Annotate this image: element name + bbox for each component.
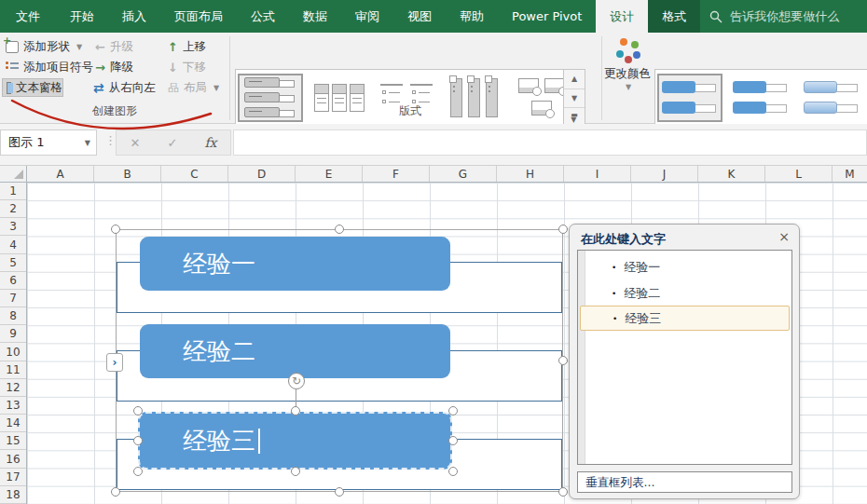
column-header-d[interactable]: D: [228, 166, 296, 182]
row-header-12[interactable]: 12: [0, 379, 26, 397]
row-header-6[interactable]: 6: [0, 272, 26, 290]
column-header-i[interactable]: I: [564, 166, 631, 182]
text-pane-button[interactable]: 文本窗格: [2, 78, 63, 97]
row-header-11[interactable]: 11: [0, 361, 26, 379]
shape3-handle-bottom-right[interactable]: [448, 467, 458, 476]
move-up-button[interactable]: ↑ 上移: [168, 37, 206, 56]
shape3-handle-bottom-middle[interactable]: [291, 467, 300, 476]
row-header-4[interactable]: 4: [0, 237, 26, 254]
group-separator: [229, 36, 230, 120]
tab-review[interactable]: 审阅: [341, 0, 393, 33]
text-pane-list[interactable]: • 经验一 • 经验二 • 经验三: [577, 250, 792, 465]
move-down-button[interactable]: ↓ 下移: [168, 58, 206, 76]
row-header-1[interactable]: 1: [0, 183, 26, 200]
gallery-scroll-up[interactable]: ▲: [564, 70, 585, 89]
tab-help[interactable]: 帮助: [446, 0, 498, 33]
row-header-7[interactable]: 7: [0, 290, 26, 307]
shape3-handle-middle-left[interactable]: [133, 436, 143, 445]
shape3-handle-bottom-left[interactable]: [133, 467, 143, 476]
bullet-icon: •: [612, 263, 616, 272]
resize-handle-top-middle[interactable]: [335, 225, 344, 234]
column-header-h[interactable]: H: [497, 166, 564, 182]
row-header-8[interactable]: 8: [0, 307, 26, 325]
tab-power-pivot[interactable]: Power Pivot: [498, 0, 596, 33]
enter-button[interactable]: ✓: [167, 136, 177, 150]
resize-handle-top-right[interactable]: [558, 225, 568, 234]
row-header-14[interactable]: 14: [0, 415, 26, 432]
tab-design[interactable]: 设计: [596, 0, 648, 33]
add-bullet-label: 添加项目符号: [23, 60, 93, 75]
style-thumb-simple-fill[interactable]: [657, 74, 722, 122]
right-to-left-button[interactable]: ⇄ 从右向左: [93, 78, 156, 97]
promote-button[interactable]: ← 升级: [95, 37, 133, 56]
column-header-c[interactable]: C: [161, 166, 228, 182]
style-thumb-white-outline[interactable]: [728, 74, 793, 122]
tab-page-layout[interactable]: 页面布局: [160, 0, 237, 33]
tab-view[interactable]: 视图: [393, 0, 446, 33]
column-header-f[interactable]: F: [363, 166, 430, 182]
shape3-handle-top-right[interactable]: [448, 406, 458, 415]
column-header-b[interactable]: B: [94, 166, 161, 182]
resize-handle-middle-right[interactable]: [558, 356, 568, 365]
tab-file[interactable]: 文件: [0, 0, 56, 33]
resize-handle-bottom-middle[interactable]: [335, 487, 344, 497]
column-header-a[interactable]: A: [27, 166, 94, 182]
chevron-down-icon: ▼: [76, 43, 82, 51]
item-1-text: 经验一: [624, 259, 660, 276]
column-header-g[interactable]: G: [430, 166, 497, 182]
text-pane-layout-name[interactable]: 垂直框列表...: [577, 471, 792, 493]
resize-handle-bottom-right[interactable]: [558, 487, 568, 497]
chevron-down-icon[interactable]: ▼: [85, 139, 90, 147]
create-graphic-group-label: 创建图形: [0, 103, 229, 119]
demote-label: 降级: [110, 60, 133, 75]
change-colors-button[interactable]: 更改颜色 ▼: [604, 38, 651, 91]
text-pane-toggle-button[interactable]: ›: [106, 353, 123, 372]
layout-button[interactable]: 品 布局 ▼: [168, 78, 219, 97]
add-bullet-button[interactable]: 添加项目符号: [6, 58, 93, 76]
name-box[interactable]: 图示 1 ▼: [0, 129, 97, 156]
row-header-2[interactable]: 2: [0, 200, 26, 218]
smartart-canvas-frame[interactable]: [116, 229, 563, 492]
row-header-9[interactable]: 9: [0, 325, 26, 343]
formula-input[interactable]: [233, 129, 867, 156]
text-pane-item-2[interactable]: • 经验二: [578, 280, 791, 306]
row-header-10[interactable]: 10: [0, 344, 26, 361]
close-icon[interactable]: ×: [778, 229, 790, 244]
row-header-17[interactable]: 17: [0, 469, 26, 486]
rotation-handle[interactable]: ↻: [288, 373, 305, 389]
column-header-e[interactable]: E: [296, 166, 363, 182]
tab-formulas[interactable]: 公式: [237, 0, 289, 33]
row-header-3[interactable]: 3: [0, 218, 26, 236]
style-preview-icon: [733, 77, 789, 118]
cancel-button[interactable]: ✕: [131, 136, 141, 150]
row-header-16[interactable]: 16: [0, 451, 26, 469]
text-pane-item-1[interactable]: • 经验一: [578, 254, 791, 280]
add-shape-button[interactable]: 添加形状 ▼: [6, 37, 82, 56]
column-header-k[interactable]: K: [698, 166, 765, 182]
resize-handle-top-left[interactable]: [111, 225, 120, 234]
row-header-18[interactable]: 18: [0, 486, 26, 504]
text-pane-icon: [7, 82, 11, 94]
shape3-handle-middle-right[interactable]: [448, 436, 458, 445]
style-thumb-subtle-effect[interactable]: [799, 74, 864, 122]
column-header-l[interactable]: L: [765, 166, 833, 182]
tab-data[interactable]: 数据: [289, 0, 341, 33]
shape3-handle-top-left[interactable]: [133, 406, 143, 415]
swap-arrows-icon: ⇄: [93, 80, 104, 95]
style-preview-icon: [662, 77, 718, 118]
demote-button[interactable]: → 降级: [95, 58, 133, 76]
tab-home[interactable]: 开始: [56, 0, 108, 33]
tab-format[interactable]: 格式: [648, 0, 700, 33]
row-header-15[interactable]: 15: [0, 432, 26, 450]
text-pane-item-3-active[interactable]: • 经验三: [580, 306, 790, 331]
tab-insert[interactable]: 插入: [108, 0, 160, 33]
column-header-j[interactable]: J: [631, 166, 698, 182]
resize-handle-bottom-left[interactable]: [111, 487, 120, 497]
tell-me-search[interactable]: 告诉我你想要做什么: [700, 0, 848, 33]
row-header-5[interactable]: 5: [0, 254, 26, 272]
select-all-corner[interactable]: [0, 166, 27, 183]
insert-function-button[interactable]: fx: [204, 135, 216, 150]
shape3-handle-top-middle[interactable]: [291, 406, 300, 415]
column-header-m[interactable]: M: [833, 166, 867, 182]
row-header-13[interactable]: 13: [0, 397, 26, 415]
